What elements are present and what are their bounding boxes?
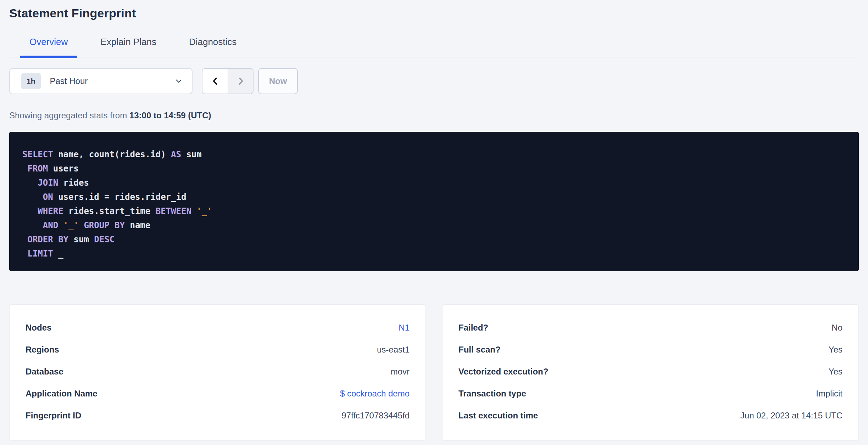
sql-token-kw: AS xyxy=(171,150,181,159)
time-controls: 1h Past Hour Now xyxy=(9,68,859,94)
sql-line: JOIN rides xyxy=(22,176,846,190)
info-row: Regionsus-east1 xyxy=(26,344,410,355)
sql-token-id xyxy=(22,249,27,259)
info-value-link[interactable]: $ cockroach demo xyxy=(340,388,410,399)
time-range-dropdown[interactable]: 1h Past Hour xyxy=(9,68,193,94)
time-range-label: Past Hour xyxy=(50,76,174,86)
next-time-button[interactable] xyxy=(228,69,253,94)
sql-token-id xyxy=(22,206,38,216)
chevron-left-icon xyxy=(210,76,221,86)
info-label: Full scan? xyxy=(458,344,501,355)
tab-bar: OverviewExplain PlansDiagnostics xyxy=(9,36,859,57)
sql-token-id xyxy=(22,192,43,202)
sql-token-id xyxy=(22,235,27,244)
info-label: Database xyxy=(26,366,63,377)
info-label: Regions xyxy=(26,344,59,355)
sql-token-kw: LIMIT xyxy=(27,249,53,259)
info-row: Last execution timeJun 02, 2023 at 14:15… xyxy=(458,410,842,421)
info-row: Databasemovr xyxy=(26,366,410,377)
sql-token-id xyxy=(191,206,196,216)
tab-overview[interactable]: Overview xyxy=(20,36,77,57)
info-value: 97ffc170783445fd xyxy=(341,410,410,421)
sql-token-kw: ORDER BY xyxy=(27,235,68,244)
tab-explain-plans[interactable]: Explain Plans xyxy=(91,36,166,57)
sql-token-id: rides xyxy=(58,178,89,188)
sql-token-id xyxy=(22,178,38,188)
sql-statement-box: SELECT name, count(rides.id) AS sum FROM… xyxy=(9,132,859,271)
sql-token-kw: DESC xyxy=(94,235,115,244)
info-value: Jun 02, 2023 at 14:15 UTC xyxy=(740,410,842,421)
stats-range: 13:00 to 14:59 (UTC) xyxy=(129,111,211,120)
sql-token-id: _ xyxy=(53,249,63,259)
info-label: Failed? xyxy=(458,322,488,333)
info-row: Application Name$ cockroach demo xyxy=(26,388,410,399)
stats-prefix: Showing aggregated stats from xyxy=(9,111,129,120)
info-row: Failed?No xyxy=(458,322,842,333)
execution-attributes-card: Failed?NoFull scan?YesVectorized executi… xyxy=(442,304,859,440)
sql-token-kw: WHERE xyxy=(38,206,63,216)
sql-token-kw: GROUP BY xyxy=(84,220,125,230)
info-value-link[interactable]: N1 xyxy=(399,322,410,333)
sql-token-id xyxy=(22,220,43,230)
now-button[interactable]: Now xyxy=(258,68,298,94)
info-row: Transaction typeImplicit xyxy=(458,388,842,399)
sql-token-id xyxy=(22,164,27,174)
sql-token-id xyxy=(79,220,84,230)
chevron-right-icon xyxy=(235,76,246,86)
sql-line: ORDER BY sum DESC xyxy=(22,232,846,247)
sql-token-kw: FROM xyxy=(27,164,48,174)
sql-token-str: '_' xyxy=(196,206,212,216)
sql-token-kw: ON xyxy=(43,192,53,202)
info-label: Transaction type xyxy=(458,388,526,399)
info-row: Full scan?Yes xyxy=(458,344,842,355)
chevron-down-icon xyxy=(174,77,183,86)
info-value: Yes xyxy=(829,366,842,377)
sql-token-id xyxy=(58,220,63,230)
page-title: Statement Fingerprint xyxy=(9,6,859,20)
sql-token-kw: JOIN xyxy=(38,178,58,188)
aggregated-stats-text: Showing aggregated stats from 13:00 to 1… xyxy=(9,111,859,120)
sql-token-id: rides.start_time xyxy=(63,206,156,216)
sql-line: WHERE rides.start_time BETWEEN '_' xyxy=(22,204,846,218)
time-range-badge: 1h xyxy=(21,73,41,89)
info-label: Nodes xyxy=(26,322,51,333)
info-row: NodesN1 xyxy=(26,322,410,333)
time-nav-group xyxy=(202,68,254,94)
sql-line: FROM users xyxy=(22,162,846,176)
info-label: Application Name xyxy=(26,388,98,399)
info-row: Fingerprint ID97ffc170783445fd xyxy=(26,410,410,421)
sql-token-id: sum xyxy=(68,235,94,244)
sql-token-id: sum xyxy=(181,150,202,159)
info-value: No xyxy=(831,322,842,333)
previous-time-button[interactable] xyxy=(202,69,228,94)
info-value: Implicit xyxy=(816,388,842,399)
info-value: us-east1 xyxy=(377,344,410,355)
sql-line: LIMIT _ xyxy=(22,247,846,261)
sql-token-str: '_' xyxy=(63,220,79,230)
sql-line: AND '_' GROUP BY name xyxy=(22,218,846,232)
statement-details-card: NodesN1Regionsus-east1DatabasemovrApplic… xyxy=(9,304,426,440)
info-value: movr xyxy=(391,366,410,377)
tab-diagnostics[interactable]: Diagnostics xyxy=(179,36,246,57)
sql-token-id: users.id = rides.rider_id xyxy=(53,192,187,202)
statement-fingerprint-page: Statement Fingerprint OverviewExplain Pl… xyxy=(0,0,868,440)
info-label: Last execution time xyxy=(458,410,538,421)
sql-token-id: name xyxy=(125,220,150,230)
sql-token-kw: AND xyxy=(43,220,58,230)
info-value: Yes xyxy=(829,344,842,355)
sql-token-kw: BETWEEN xyxy=(156,206,191,216)
sql-token-id: name, count(rides.id) xyxy=(53,150,171,159)
info-row: Vectorized execution?Yes xyxy=(458,366,842,377)
sql-line: ON users.id = rides.rider_id xyxy=(22,190,846,204)
summary-cards: NodesN1Regionsus-east1DatabasemovrApplic… xyxy=(9,304,859,440)
sql-token-kw: SELECT xyxy=(22,150,53,159)
sql-token-id: users xyxy=(48,164,79,174)
info-label: Fingerprint ID xyxy=(26,410,81,421)
sql-line: SELECT name, count(rides.id) AS sum xyxy=(22,147,846,162)
info-label: Vectorized execution? xyxy=(458,366,548,377)
